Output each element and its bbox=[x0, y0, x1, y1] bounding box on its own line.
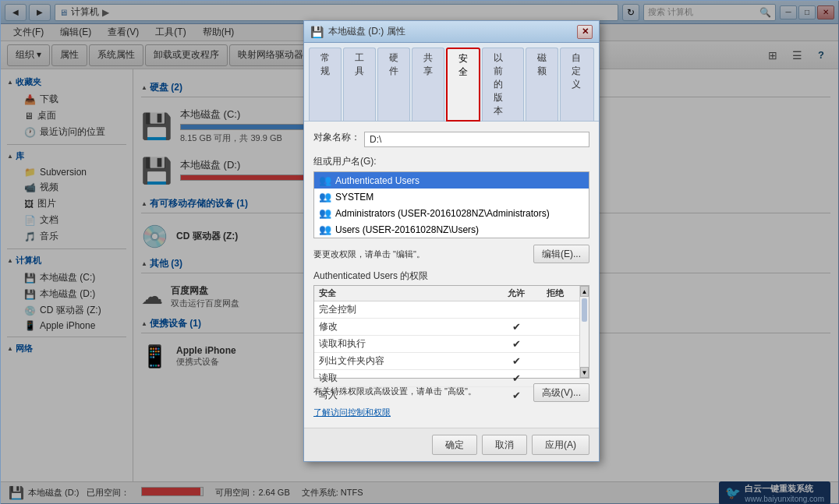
dialog-title-bar: 💾 本地磁盘 (D:) 属性 ✕ bbox=[304, 21, 599, 43]
dialog-tabs: 常规 工具 硬件 共享 安全 以前的版本 磁额 自定义 bbox=[304, 43, 599, 122]
advanced-button[interactable]: 高级(V)... bbox=[533, 383, 589, 402]
perm-col-allow-header: 允许 bbox=[497, 287, 536, 299]
dialog-close-button[interactable]: ✕ bbox=[577, 25, 593, 39]
object-label: 对象名称： bbox=[313, 131, 360, 144]
group-icon-1: 👥 bbox=[319, 191, 331, 203]
perm-name-1: 修改 bbox=[319, 320, 497, 333]
apply-button[interactable]: 应用(A) bbox=[532, 435, 589, 455]
perm-row-1: 修改 ✔ bbox=[314, 319, 579, 336]
properties-dialog: 💾 本地磁盘 (D:) 属性 ✕ 常规 工具 硬件 共享 安全 以前的版本 磁额… bbox=[303, 20, 600, 462]
learn-link[interactable]: 了解访问控制和权限 bbox=[313, 407, 589, 418]
perm-header: Authenticated Users 的权限 bbox=[313, 270, 589, 283]
tab-security[interactable]: 安全 bbox=[446, 48, 480, 122]
tab-sharing[interactable]: 共享 bbox=[412, 48, 444, 121]
group-item-0[interactable]: 👥 Authenticated Users bbox=[314, 172, 589, 189]
group-name-1: SYSTEM bbox=[335, 192, 373, 203]
object-name-row: 对象名称： D:\ bbox=[313, 131, 589, 147]
group-name-2: Administrators (USER-20161028NZ\Administ… bbox=[335, 208, 550, 219]
perm-allow-3: ✔ bbox=[497, 355, 536, 367]
object-value: D:\ bbox=[364, 132, 589, 147]
perm-scrollbar[interactable]: ▲ ▼ bbox=[579, 286, 589, 378]
special-note: 有关特殊权限或高级设置，请单击 "高级"。 bbox=[313, 386, 527, 397]
perm-allow-4: ✔ bbox=[497, 372, 536, 384]
edit-button[interactable]: 编辑(E)... bbox=[533, 245, 589, 263]
edit-note: 要更改权限，请单击 "编辑"。 bbox=[313, 248, 533, 260]
tab-tools[interactable]: 工具 bbox=[343, 48, 376, 121]
tab-general[interactable]: 常规 bbox=[309, 48, 342, 121]
perm-row-0: 完全控制 bbox=[314, 301, 579, 319]
group-item-3[interactable]: 👥 Users (USER-20161028NZ\Users) bbox=[314, 221, 589, 238]
perm-table-header: 安全 允许 拒绝 bbox=[314, 286, 579, 301]
group-icon-3: 👥 bbox=[319, 224, 331, 235]
perm-col-name-header: 安全 bbox=[319, 287, 497, 299]
perm-row-2: 读取和执行 ✔ bbox=[314, 336, 579, 353]
tab-custom[interactable]: 自定义 bbox=[560, 48, 594, 121]
perm-table: 安全 允许 拒绝 完全控制 修改 bbox=[313, 285, 589, 379]
cancel-button[interactable]: 取消 bbox=[482, 435, 527, 455]
dialog-title-icon: 💾 bbox=[310, 26, 324, 38]
perm-col-deny-header: 拒绝 bbox=[536, 287, 575, 299]
perm-name-2: 读取和执行 bbox=[319, 337, 497, 351]
group-icon-0: 👥 bbox=[319, 174, 331, 186]
perm-name-4: 读取 bbox=[319, 372, 497, 385]
tab-hardware[interactable]: 硬件 bbox=[377, 48, 410, 121]
group-name-0: Authenticated Users bbox=[335, 175, 420, 186]
scroll-up-button[interactable]: ▲ bbox=[580, 286, 589, 297]
group-icon-2: 👥 bbox=[319, 207, 331, 219]
ok-button[interactable]: 确定 bbox=[432, 435, 477, 455]
perm-name-0: 完全控制 bbox=[319, 303, 497, 316]
dialog-overlay: 💾 本地磁盘 (D:) 属性 ✕ 常规 工具 硬件 共享 安全 以前的版本 磁额… bbox=[1, 1, 839, 504]
dialog-footer: 确定 取消 应用(A) bbox=[304, 428, 599, 461]
tab-quota[interactable]: 磁额 bbox=[526, 48, 558, 121]
group-item-1[interactable]: 👥 SYSTEM bbox=[314, 189, 589, 205]
perm-allow-2: ✔ bbox=[497, 338, 536, 350]
edit-section: 要更改权限，请单击 "编辑"。 编辑(E)... bbox=[313, 245, 589, 263]
perm-row-3: 列出文件夹内容 ✔ bbox=[314, 353, 579, 370]
tab-previous[interactable]: 以前的版本 bbox=[482, 48, 524, 121]
group-item-2[interactable]: 👥 Administrators (USER-20161028NZ\Admini… bbox=[314, 205, 589, 221]
scroll-thumb[interactable] bbox=[582, 298, 587, 322]
perm-table-inner: 安全 允许 拒绝 完全控制 修改 bbox=[314, 286, 579, 378]
perm-name-3: 列出文件夹内容 bbox=[319, 354, 497, 368]
dialog-title-text: 本地磁盘 (D:) 属性 bbox=[328, 25, 577, 38]
group-name-3: Users (USER-20161028NZ\Users) bbox=[335, 224, 479, 235]
scroll-down-button[interactable]: ▼ bbox=[580, 367, 589, 378]
group-list: 👥 Authenticated Users 👥 SYSTEM 👥 Adminis… bbox=[313, 171, 589, 238]
dialog-content: 对象名称： D:\ 组或用户名(G): 👥 Authenticated User… bbox=[304, 122, 599, 428]
permissions-section: Authenticated Users 的权限 安全 允许 拒绝 bbox=[313, 270, 589, 379]
group-label: 组或用户名(G): bbox=[313, 155, 589, 168]
perm-allow-1: ✔ bbox=[497, 321, 536, 333]
